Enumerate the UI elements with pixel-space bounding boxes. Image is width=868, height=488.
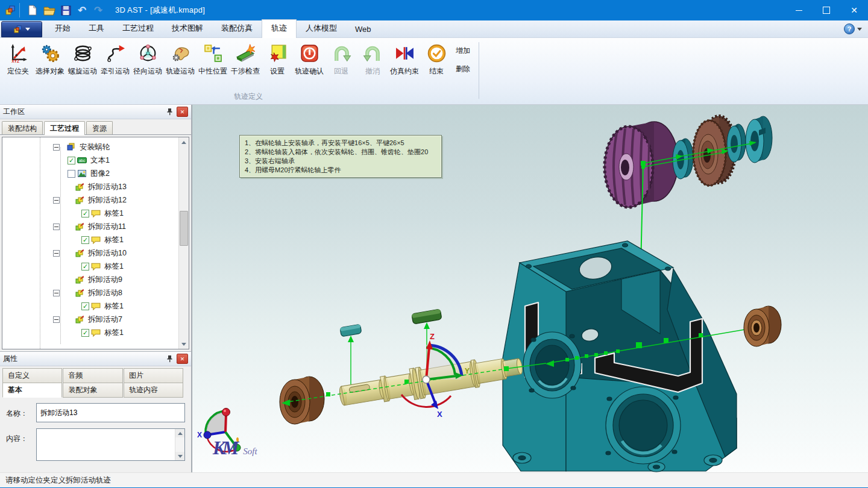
redo-arrow-icon[interactable]: ↷ <box>91 3 105 17</box>
right-bearing[interactable] <box>744 306 781 346</box>
ribbon-button-干涉检查[interactable]: 干涉检查 <box>229 41 262 78</box>
name-input[interactable] <box>36 403 185 422</box>
tree-checkbox[interactable]: ✓ <box>81 210 89 217</box>
tree-expander-icon[interactable] <box>53 144 60 151</box>
tree-item[interactable]: ✓标签1 <box>2 326 178 339</box>
tree-item[interactable]: ✓标签1 <box>2 299 178 313</box>
workspace-tab-资源[interactable]: 资源 <box>86 121 113 134</box>
save-icon[interactable] <box>58 3 73 17</box>
menu-tab-技术图解[interactable]: 技术图解 <box>163 20 212 37</box>
ribbon-button-轨迹确认[interactable]: 轨迹确认 <box>293 41 326 78</box>
ribbon-button-中性位置[interactable]: 中性位置 <box>197 41 229 78</box>
tree-item[interactable]: 拆卸活动11 <box>2 220 178 233</box>
ribbon-button-增加[interactable]: 增加 <box>456 46 470 56</box>
ribbon-button-label: 撤消 <box>365 66 380 77</box>
help-icon[interactable]: ? <box>844 23 855 34</box>
ribbon-button-牵引运动[interactable]: 牵引运动 <box>99 41 131 78</box>
new-file-icon[interactable] <box>19 3 40 17</box>
trajectory-confirm-icon <box>298 42 320 64</box>
viewport-3d[interactable]: Z Y X X <box>192 105 868 472</box>
tree-checkbox[interactable]: ✓ <box>81 329 89 337</box>
tree-item-label: 拆卸活动12 <box>87 195 127 205</box>
ribbon-button-径向运动[interactable]: 径向运动 <box>131 41 164 78</box>
chevron-down-icon[interactable] <box>857 28 862 31</box>
ribbon-button-定位夹[interactable]: XYZ定位夹 <box>2 41 34 78</box>
tree-checkbox[interactable]: ✓ <box>81 236 89 244</box>
properties-tab-自定义[interactable]: 自定义 <box>2 368 62 383</box>
tree-item[interactable]: ✓标签1 <box>2 260 178 273</box>
scrollbar-track[interactable] <box>179 147 189 339</box>
minimize-button[interactable] <box>785 0 813 20</box>
gearbox-housing[interactable] <box>503 241 737 472</box>
ribbon-button-仿真约束[interactable]: 仿真约束 <box>388 41 421 78</box>
ribbon-button-轨迹运动[interactable]: 轨迹运动 <box>164 41 197 78</box>
tree-expander-icon[interactable] <box>53 316 60 323</box>
tree-item[interactable]: 拆卸活动10 <box>2 246 178 260</box>
ribbon-button-删除[interactable]: 删除 <box>456 64 470 74</box>
workspace-tab-装配结构[interactable]: 装配结构 <box>2 121 43 134</box>
tree-expander-icon[interactable] <box>53 197 60 204</box>
app-logo-icon[interactable] <box>3 3 17 17</box>
application-menu-button[interactable] <box>1 21 42 37</box>
tree-item[interactable]: ✓标签1 <box>2 207 178 220</box>
menu-tab-工艺过程[interactable]: 工艺过程 <box>113 20 163 37</box>
tree-checkbox[interactable]: ✓ <box>81 302 89 310</box>
label-icon <box>91 302 101 311</box>
scroll-down-icon[interactable] <box>179 339 189 349</box>
tree-item[interactable]: 拆卸活动8 <box>2 286 178 299</box>
scrollbar-thumb[interactable] <box>180 211 188 246</box>
tree-expander-icon[interactable] <box>53 250 60 257</box>
menu-tab-人体模型[interactable]: 人体模型 <box>297 20 346 37</box>
tree-item[interactable]: 拆卸活动9 <box>2 273 178 286</box>
workspace-tab-工艺过程[interactable]: 工艺过程 <box>44 121 85 135</box>
tree-item[interactable]: ✓abc文本1 <box>2 154 178 167</box>
tree-scrollbar[interactable] <box>178 137 189 349</box>
left-bearing[interactable] <box>280 377 324 424</box>
ribbon-button-结束[interactable]: 结束 <box>421 41 452 78</box>
open-file-icon[interactable] <box>42 3 57 17</box>
maximize-button[interactable] <box>813 0 840 20</box>
menu-tab-Web[interactable]: Web <box>346 22 380 37</box>
properties-tab-装配对象[interactable]: 装配对象 <box>63 383 122 398</box>
application-window: ↶↷ 3D AST - [减速机.kmapd] ✕ 开始工具工艺过程技术图解装配… <box>0 0 868 488</box>
scroll-up-icon[interactable] <box>179 137 189 147</box>
undo-arrow-icon[interactable]: ↶ <box>75 3 89 17</box>
tree-item[interactable]: ✓标签1 <box>2 233 178 246</box>
menu-tab-开始[interactable]: 开始 <box>46 20 80 37</box>
properties-tab-轨迹内容[interactable]: 轨迹内容 <box>124 383 183 398</box>
tree-checkbox[interactable]: ✓ <box>81 263 89 271</box>
content-textarea[interactable] <box>37 429 175 460</box>
washer-2[interactable] <box>727 124 746 162</box>
scroll-up-icon[interactable] <box>175 429 184 437</box>
tree-item[interactable]: 拆卸活动12 <box>2 193 178 207</box>
menu-tab-工具[interactable]: 工具 <box>80 20 113 37</box>
close-button[interactable]: ✕ <box>840 0 868 20</box>
properties-tab-图片[interactable]: 图片 <box>124 368 183 383</box>
tree-item-label: 拆卸活动13 <box>87 182 127 192</box>
tree-expander-icon[interactable] <box>53 290 60 296</box>
close-icon[interactable]: ✕ <box>177 354 188 364</box>
close-icon[interactable]: ✕ <box>177 107 188 117</box>
tree-checkbox[interactable]: ✓ <box>68 157 75 164</box>
end-cap-nut[interactable] <box>746 116 772 163</box>
ribbon-button-设置[interactable]: 设置 <box>262 41 293 78</box>
tree-checkbox[interactable] <box>68 170 75 178</box>
key-small[interactable] <box>340 324 362 337</box>
key-large[interactable] <box>412 309 442 324</box>
tree-item[interactable]: 拆卸活动7 <box>2 313 178 326</box>
scroll-down-icon[interactable] <box>175 452 184 460</box>
pin-icon[interactable] <box>165 354 174 363</box>
pin-icon[interactable] <box>165 107 174 116</box>
ribbon-button-选择对象[interactable]: 选择对象 <box>34 41 66 78</box>
menu-tab-轨迹[interactable]: 轨迹 <box>262 19 297 38</box>
menu-tab-装配仿真[interactable]: 装配仿真 <box>212 20 262 37</box>
tree-item[interactable]: 拆卸活动13 <box>2 180 178 193</box>
tree-item[interactable]: 图像2 <box>2 167 178 180</box>
textarea-scrollbar[interactable] <box>175 429 184 460</box>
process-annotation-note[interactable]: 1、在蜗轮轴上安装轴承，再安装平键16×5、平键26×52、将蜗轮轴装入箱体，依… <box>239 135 442 178</box>
tree-item[interactable]: 安装蜗轮 <box>2 140 178 154</box>
properties-tab-音频[interactable]: 音频 <box>63 368 122 383</box>
ribbon-button-螺旋运动[interactable]: 螺旋运动 <box>66 41 99 78</box>
properties-tab-基本[interactable]: 基本 <box>2 383 62 398</box>
tree-expander-icon[interactable] <box>53 224 60 230</box>
